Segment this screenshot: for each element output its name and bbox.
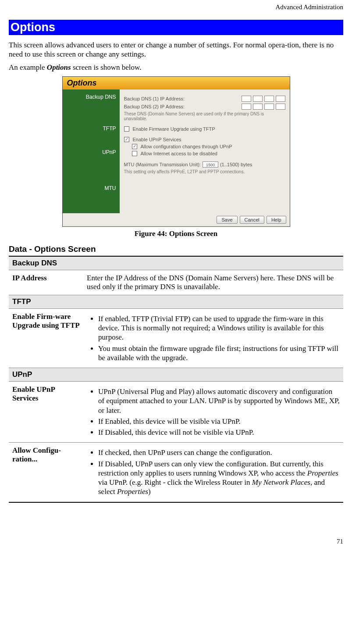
upnp-checkbox[interactable]: ✓ bbox=[124, 137, 129, 142]
upnp-allow-disable-label: Allow Internet access to be disabled bbox=[141, 151, 218, 156]
dns2-oct-4[interactable] bbox=[276, 104, 285, 110]
row-upnp2-desc: If checked, then UPnP users can change t… bbox=[83, 443, 343, 502]
side-upnp: UPnP bbox=[63, 149, 116, 155]
row-ip-desc: Enter the IP Address of the DNS (Domain … bbox=[83, 270, 343, 295]
row-upnp2-label: Allow Configu-ration... bbox=[9, 443, 83, 502]
intro-p2-em: Options bbox=[47, 63, 71, 72]
side-backup-dns: Backup DNS bbox=[63, 94, 116, 100]
options-table: Backup DNS IP Address Enter the IP Addre… bbox=[9, 256, 343, 503]
row-upnp1-label: Enable UPnP Services bbox=[9, 382, 83, 443]
row-tftp-desc: If enabled, TFTP (Trivial FTP) can be us… bbox=[83, 308, 343, 368]
mtu-note: This setting only affects PPPoE, L2TP an… bbox=[124, 169, 285, 174]
screenshot-sidebar: Backup DNS TFTP UPnP MTU bbox=[63, 89, 120, 213]
upnp2-b2-post: ) bbox=[148, 487, 151, 496]
mtu-input[interactable]: 1500 bbox=[203, 161, 218, 168]
screenshot-title: Options bbox=[63, 77, 290, 89]
upnp1-bullet-1: UPnP (Universal Plug and Play) allows au… bbox=[98, 387, 340, 415]
mtu-label-post: (1..1500) bytes bbox=[220, 162, 252, 167]
upnp1-bullet-2: If Enabled, this device will be visible … bbox=[98, 417, 340, 426]
upnp2-b2-em3: Properties bbox=[117, 487, 148, 496]
intro-p2-post: screen is shown below. bbox=[71, 63, 142, 72]
chapter-header: Advanced Administration bbox=[9, 0, 343, 11]
tftp-checkbox[interactable] bbox=[124, 126, 129, 132]
screenshot-buttons: Save Cancel Help bbox=[63, 213, 290, 226]
dns1-oct-1[interactable] bbox=[242, 96, 251, 102]
dns2-oct-1[interactable] bbox=[242, 104, 251, 110]
upnp1-bullet-3: If Disabled, this device will not be vis… bbox=[98, 428, 340, 437]
section-backup-dns: Backup DNS bbox=[9, 256, 343, 270]
figure-caption: Figure 44: Options Screen bbox=[9, 229, 343, 238]
row-ip-label: IP Address bbox=[9, 270, 83, 295]
upnp2-bullet-2: If Disabled, UPnP users can only view th… bbox=[98, 459, 340, 497]
section-upnp: UPnP bbox=[9, 368, 343, 382]
screenshot-main: Backup DNS (1) IP Address: Backup DNS (2… bbox=[120, 89, 290, 213]
row-upnp1-desc: UPnP (Universal Plug and Play) allows au… bbox=[83, 382, 343, 443]
upnp-allow-disable-checkbox[interactable] bbox=[132, 151, 137, 156]
upnp-allow-config-label: Allow configuration changes through UPnP bbox=[141, 144, 232, 149]
dns1-label: Backup DNS (1) IP Address: bbox=[124, 96, 185, 101]
mtu-label-pre: MTU (Maximum Transmission Unit): bbox=[124, 162, 201, 167]
dns2-label: Backup DNS (2) IP Address: bbox=[124, 104, 185, 109]
upnp2-b2-mid: via UPnP. (e.g. Right - click the Wirele… bbox=[98, 478, 252, 487]
dns1-oct-2[interactable] bbox=[253, 96, 263, 102]
dns2-oct-3[interactable] bbox=[264, 104, 274, 110]
upnp2-b2-pre: If Disabled, UPnP users can only view th… bbox=[98, 460, 324, 477]
row-tftp-label: Enable Firm-ware Upgrade using TFTP bbox=[9, 308, 83, 368]
upnp2-b2-em2: My Network Places bbox=[252, 478, 310, 487]
dns1-oct-4[interactable] bbox=[276, 96, 285, 102]
side-tftp: TFTP bbox=[63, 125, 116, 132]
save-button[interactable]: Save bbox=[217, 216, 237, 224]
intro-para-1: This screen allows advanced users to ent… bbox=[9, 40, 343, 59]
figure-44: Options Backup DNS TFTP UPnP MTU Backup … bbox=[9, 76, 343, 227]
intro-p2-pre: An example bbox=[9, 63, 47, 72]
dns2-oct-2[interactable] bbox=[253, 104, 263, 110]
dns1-oct-3[interactable] bbox=[264, 96, 274, 102]
upnp2-bullet-1: If checked, then UPnP users can change t… bbox=[98, 448, 340, 457]
upnp2-b2-em1: Properties bbox=[307, 469, 338, 477]
dns-note: These DNS (Domain Name Servers) are used… bbox=[124, 111, 285, 121]
cancel-button[interactable]: Cancel bbox=[240, 216, 264, 224]
upnp-cb-label: Enable UPnP Services bbox=[133, 137, 181, 142]
page-title: Options bbox=[9, 20, 343, 35]
intro-para-2: An example Options screen is shown below… bbox=[9, 63, 343, 72]
help-button[interactable]: Help bbox=[267, 216, 286, 224]
side-mtu: MTU bbox=[63, 185, 116, 191]
section-tftp: TFTP bbox=[9, 295, 343, 308]
table-heading: Data - Options Screen bbox=[9, 244, 343, 254]
options-screenshot: Options Backup DNS TFTP UPnP MTU Backup … bbox=[62, 76, 290, 227]
tftp-bullet-2: You must obtain the firmware upgrade fil… bbox=[98, 344, 340, 363]
upnp-allow-config-checkbox[interactable]: ✓ bbox=[132, 144, 137, 149]
page-number: 71 bbox=[9, 538, 343, 545]
tftp-bullet-1: If enabled, TFTP (Trivial FTP) can be us… bbox=[98, 314, 340, 342]
tftp-cb-label: Enable Firmware Upgrade using TFTP bbox=[133, 126, 215, 132]
